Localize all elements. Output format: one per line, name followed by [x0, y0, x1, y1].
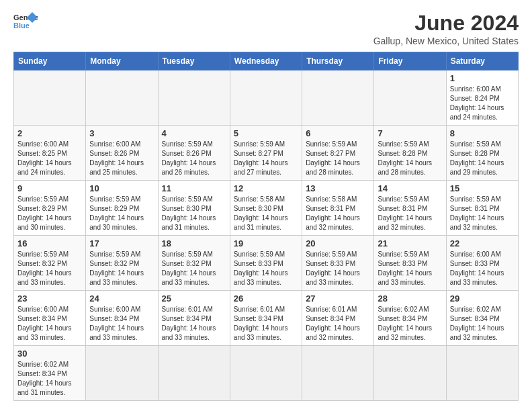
- day-number: 14: [378, 183, 442, 193]
- calendar-day-cell: [302, 71, 374, 126]
- day-info: Sunrise: 6:02 AM Sunset: 8:34 PM Dayligh…: [450, 305, 515, 342]
- calendar-day-cell: 12Sunrise: 5:58 AM Sunset: 8:30 PM Dayli…: [230, 181, 302, 236]
- day-number: 1: [450, 73, 515, 83]
- month-title: June 2024: [373, 11, 519, 36]
- calendar-day-cell: 10Sunrise: 5:59 AM Sunset: 8:29 PM Dayli…: [86, 181, 158, 236]
- day-number: 18: [162, 238, 226, 248]
- calendar-day-cell: 28Sunrise: 6:02 AM Sunset: 8:34 PM Dayli…: [374, 291, 446, 346]
- calendar-day-cell: 7Sunrise: 5:59 AM Sunset: 8:28 PM Daylig…: [374, 126, 446, 181]
- day-info: Sunrise: 6:00 AM Sunset: 8:34 PM Dayligh…: [89, 305, 154, 342]
- day-number: 12: [234, 183, 298, 193]
- calendar-day-cell: 18Sunrise: 5:59 AM Sunset: 8:32 PM Dayli…: [158, 236, 230, 291]
- svg-text:Blue: Blue: [13, 21, 30, 30]
- calendar-week-row: 16Sunrise: 5:59 AM Sunset: 8:32 PM Dayli…: [14, 236, 519, 291]
- day-number: 15: [450, 183, 515, 193]
- day-number: 13: [306, 183, 370, 193]
- calendar-day-cell: 16Sunrise: 5:59 AM Sunset: 8:32 PM Dayli…: [14, 236, 86, 291]
- calendar-day-cell: 15Sunrise: 5:59 AM Sunset: 8:31 PM Dayli…: [446, 181, 518, 236]
- day-info: Sunrise: 6:00 AM Sunset: 8:34 PM Dayligh…: [17, 305, 82, 342]
- day-info: Sunrise: 5:59 AM Sunset: 8:33 PM Dayligh…: [306, 250, 370, 287]
- day-number: 20: [306, 238, 370, 248]
- day-info: Sunrise: 6:00 AM Sunset: 8:25 PM Dayligh…: [17, 140, 82, 177]
- day-number: 30: [17, 349, 82, 359]
- calendar-day-cell: [302, 346, 374, 401]
- day-number: 22: [450, 238, 515, 248]
- calendar-day-cell: 24Sunrise: 6:00 AM Sunset: 8:34 PM Dayli…: [86, 291, 158, 346]
- calendar-day-cell: 25Sunrise: 6:01 AM Sunset: 8:34 PM Dayli…: [158, 291, 230, 346]
- day-info: Sunrise: 6:01 AM Sunset: 8:34 PM Dayligh…: [234, 305, 298, 342]
- calendar-day-cell: 1Sunrise: 6:00 AM Sunset: 8:24 PM Daylig…: [446, 71, 518, 126]
- day-info: Sunrise: 5:59 AM Sunset: 8:26 PM Dayligh…: [162, 140, 226, 177]
- calendar-day-cell: 6Sunrise: 5:59 AM Sunset: 8:27 PM Daylig…: [302, 126, 374, 181]
- calendar-week-row: 1Sunrise: 6:00 AM Sunset: 8:24 PM Daylig…: [14, 71, 519, 126]
- day-info: Sunrise: 6:00 AM Sunset: 8:33 PM Dayligh…: [450, 250, 515, 287]
- calendar-week-row: 23Sunrise: 6:00 AM Sunset: 8:34 PM Dayli…: [14, 291, 519, 346]
- day-number: 8: [450, 128, 515, 138]
- location-label: Gallup, New Mexico, United States: [373, 36, 519, 46]
- day-number: 11: [162, 183, 226, 193]
- day-number: 17: [89, 238, 154, 248]
- calendar-day-cell: 2Sunrise: 6:00 AM Sunset: 8:25 PM Daylig…: [14, 126, 86, 181]
- page-header: General Blue June 2024 Gallup, New Mexic…: [13, 11, 519, 46]
- day-info: Sunrise: 5:59 AM Sunset: 8:30 PM Dayligh…: [162, 195, 226, 232]
- calendar-day-cell: 30Sunrise: 6:02 AM Sunset: 8:34 PM Dayli…: [14, 346, 86, 401]
- day-number: 10: [89, 183, 154, 193]
- day-number: 7: [378, 128, 442, 138]
- weekday-header-tuesday: Tuesday: [158, 52, 230, 71]
- calendar-day-cell: [230, 71, 302, 126]
- calendar-day-cell: 5Sunrise: 5:59 AM Sunset: 8:27 PM Daylig…: [230, 126, 302, 181]
- day-info: Sunrise: 5:58 AM Sunset: 8:31 PM Dayligh…: [306, 195, 370, 232]
- calendar-day-cell: [374, 346, 446, 401]
- day-info: Sunrise: 6:00 AM Sunset: 8:24 PM Dayligh…: [450, 85, 515, 122]
- calendar-day-cell: 11Sunrise: 5:59 AM Sunset: 8:30 PM Dayli…: [158, 181, 230, 236]
- calendar-day-cell: 3Sunrise: 6:00 AM Sunset: 8:26 PM Daylig…: [86, 126, 158, 181]
- calendar-day-cell: [86, 71, 158, 126]
- calendar-day-cell: [158, 346, 230, 401]
- weekday-header-saturday: Saturday: [446, 52, 518, 71]
- calendar-day-cell: 21Sunrise: 5:59 AM Sunset: 8:33 PM Dayli…: [374, 236, 446, 291]
- calendar-day-cell: [374, 71, 446, 126]
- calendar-day-cell: [86, 346, 158, 401]
- day-number: 9: [17, 183, 82, 193]
- day-info: Sunrise: 5:58 AM Sunset: 8:30 PM Dayligh…: [234, 195, 298, 232]
- calendar-day-cell: 26Sunrise: 6:01 AM Sunset: 8:34 PM Dayli…: [230, 291, 302, 346]
- day-info: Sunrise: 5:59 AM Sunset: 8:31 PM Dayligh…: [378, 195, 442, 232]
- calendar-day-cell: 19Sunrise: 5:59 AM Sunset: 8:33 PM Dayli…: [230, 236, 302, 291]
- day-number: 19: [234, 238, 298, 248]
- day-number: 24: [89, 293, 154, 304]
- day-number: 23: [17, 293, 82, 304]
- day-info: Sunrise: 5:59 AM Sunset: 8:32 PM Dayligh…: [89, 250, 154, 287]
- calendar-day-cell: [14, 71, 86, 126]
- day-number: 26: [234, 293, 298, 304]
- day-number: 3: [89, 128, 154, 138]
- calendar-day-cell: 9Sunrise: 5:59 AM Sunset: 8:29 PM Daylig…: [14, 181, 86, 236]
- day-info: Sunrise: 6:01 AM Sunset: 8:34 PM Dayligh…: [162, 305, 226, 342]
- weekday-header-row: SundayMondayTuesdayWednesdayThursdayFrid…: [14, 52, 519, 71]
- calendar-day-cell: 14Sunrise: 5:59 AM Sunset: 8:31 PM Dayli…: [374, 181, 446, 236]
- day-number: 29: [450, 293, 515, 304]
- day-info: Sunrise: 6:00 AM Sunset: 8:26 PM Dayligh…: [89, 140, 154, 177]
- day-info: Sunrise: 5:59 AM Sunset: 8:29 PM Dayligh…: [17, 195, 82, 232]
- calendar-week-row: 2Sunrise: 6:00 AM Sunset: 8:25 PM Daylig…: [14, 126, 519, 181]
- weekday-header-friday: Friday: [374, 52, 446, 71]
- calendar-week-row: 9Sunrise: 5:59 AM Sunset: 8:29 PM Daylig…: [14, 181, 519, 236]
- calendar-day-cell: [158, 71, 230, 126]
- day-number: 4: [162, 128, 226, 138]
- day-number: 6: [306, 128, 370, 138]
- weekday-header-wednesday: Wednesday: [230, 52, 302, 71]
- day-number: 28: [378, 293, 442, 304]
- calendar-day-cell: [230, 346, 302, 401]
- day-info: Sunrise: 5:59 AM Sunset: 8:32 PM Dayligh…: [162, 250, 226, 287]
- day-info: Sunrise: 6:02 AM Sunset: 8:34 PM Dayligh…: [378, 305, 442, 342]
- day-info: Sunrise: 5:59 AM Sunset: 8:27 PM Dayligh…: [234, 140, 298, 177]
- weekday-header-sunday: Sunday: [14, 52, 86, 71]
- generalblue-logo-icon: General Blue: [13, 11, 38, 31]
- day-info: Sunrise: 5:59 AM Sunset: 8:33 PM Dayligh…: [378, 250, 442, 287]
- calendar-day-cell: 20Sunrise: 5:59 AM Sunset: 8:33 PM Dayli…: [302, 236, 374, 291]
- day-info: Sunrise: 5:59 AM Sunset: 8:27 PM Dayligh…: [306, 140, 370, 177]
- day-number: 27: [306, 293, 370, 304]
- calendar-day-cell: 23Sunrise: 6:00 AM Sunset: 8:34 PM Dayli…: [14, 291, 86, 346]
- calendar-day-cell: 27Sunrise: 6:01 AM Sunset: 8:34 PM Dayli…: [302, 291, 374, 346]
- weekday-header-thursday: Thursday: [302, 52, 374, 71]
- day-info: Sunrise: 5:59 AM Sunset: 8:28 PM Dayligh…: [450, 140, 515, 177]
